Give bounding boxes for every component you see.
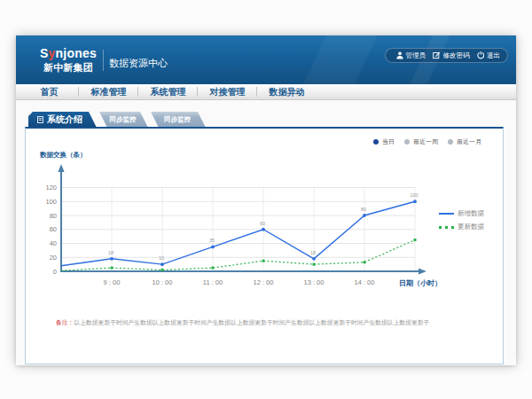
- app-window: Synjones 新中新集团 数据资源中心 管理员 修改密码: [16, 35, 516, 365]
- svg-text:9 : 00: 9 : 00: [104, 278, 121, 286]
- tab-system-intro[interactable]: 系统介绍: [28, 112, 97, 128]
- nav-item-home[interactable]: 首页: [20, 84, 79, 99]
- remark-label: 备注：: [56, 319, 74, 325]
- nav-item-system-mgmt[interactable]: 系统管理: [138, 84, 198, 99]
- current-user-label: 管理员: [406, 51, 426, 60]
- logo: Synjones 新中新集团: [40, 48, 97, 74]
- legend-label-new-data: 新增数据: [458, 209, 484, 218]
- tab-sync-monitor-2[interactable]: 同步监控: [151, 112, 206, 128]
- svg-text:120: 120: [45, 184, 57, 192]
- nav-item-standard-mgmt[interactable]: 标准管理: [79, 84, 138, 99]
- tab-sync-monitor-1[interactable]: 同步监控: [99, 112, 148, 128]
- logo-company-name: 新中新集团: [40, 61, 97, 74]
- tab-system-intro-label: 系统介绍: [47, 113, 82, 126]
- current-user-button[interactable]: 管理员: [393, 51, 430, 60]
- svg-text:35: 35: [209, 238, 215, 243]
- power-icon: [477, 51, 485, 59]
- svg-text:60: 60: [260, 221, 265, 226]
- svg-text:13 : 00: 13 : 00: [304, 278, 325, 286]
- legend-item-new-data: 新增数据: [439, 209, 484, 218]
- svg-text:0: 0: [53, 268, 57, 276]
- content-card: 当日 最近一周 最近一月 数据交换（条） 0204060801001209 : …: [25, 127, 504, 364]
- logout-label: 退出: [487, 51, 500, 60]
- legend-swatch-updated-data: [439, 226, 454, 229]
- remark-note: 备注：以上数据更新于时间产生数据以上数据更新于时间产生数据以上数据更新于时间产生…: [56, 318, 429, 327]
- page-title: 数据资源中心: [109, 57, 168, 70]
- change-password-button[interactable]: 修改密码: [429, 51, 473, 60]
- svg-text:14 : 00: 14 : 00: [355, 278, 375, 286]
- svg-text:80: 80: [50, 212, 57, 220]
- svg-text:60: 60: [50, 225, 57, 233]
- edit-icon: [433, 51, 441, 59]
- tab-sync-monitor-2-label: 同步监控: [164, 115, 191, 124]
- svg-text:40: 40: [50, 239, 57, 247]
- svg-text:10 : 00: 10 : 00: [153, 278, 173, 286]
- tab-bar: 系统介绍 同步监控 同步监控: [28, 112, 206, 128]
- svg-text:日期（小时）: 日期（小时）: [399, 279, 442, 287]
- svg-text:20: 20: [50, 254, 57, 262]
- nav-item-integration-mgmt[interactable]: 对接管理: [198, 84, 257, 99]
- document-icon: [37, 116, 43, 123]
- change-password-label: 修改密码: [443, 51, 470, 60]
- tab-sync-monitor-1-label: 同步监控: [110, 115, 137, 124]
- line-chart: 0204060801001209 : 0010 : 0011 : 0012 : …: [26, 129, 505, 366]
- svg-text:18: 18: [108, 250, 113, 255]
- svg-text:18: 18: [310, 250, 316, 255]
- user-toolbar: 管理员 修改密码 退出: [385, 48, 509, 63]
- logo-part1: S: [40, 46, 49, 60]
- legend-label-updated-data: 更新数据: [458, 223, 484, 231]
- header: Synjones 新中新集团 数据资源中心 管理员 修改密码: [16, 35, 516, 84]
- logo-part2: njones: [56, 46, 97, 60]
- header-divider: [103, 50, 104, 71]
- user-icon: [396, 51, 403, 59]
- svg-text:80: 80: [361, 207, 366, 212]
- logout-button[interactable]: 退出: [473, 51, 505, 60]
- legend-swatch-new-data: [439, 213, 454, 215]
- remark-text: 以上数据更新于时间产生数据以上数据更新于时间产生数据以上数据更新于时间产生数据以…: [74, 319, 429, 325]
- svg-text:10: 10: [159, 255, 164, 261]
- svg-text:11 : 00: 11 : 00: [203, 278, 223, 286]
- nav-item-data-changes[interactable]: 数据异动: [257, 84, 317, 99]
- legend-item-updated-data: 更新数据: [439, 223, 484, 231]
- svg-text:100: 100: [45, 198, 57, 206]
- svg-text:12 : 00: 12 : 00: [254, 278, 274, 286]
- logo-accent: y: [49, 46, 56, 60]
- svg-text:100: 100: [410, 192, 418, 198]
- page-body: 系统介绍 同步监控 同步监控 当日 最近一周: [16, 100, 516, 364]
- chart-legend: 新增数据 更新数据: [439, 209, 484, 236]
- main-nav: 首页 标准管理 系统管理 对接管理 数据异动: [16, 84, 516, 100]
- logo-text: Synjones: [40, 48, 97, 59]
